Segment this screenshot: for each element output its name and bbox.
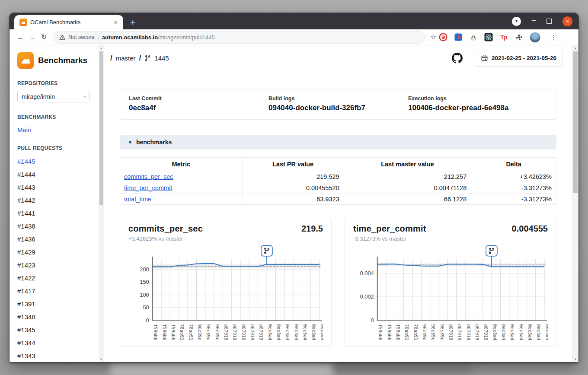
x-tick-label: 0ec8a4 — [510, 324, 515, 340]
metric-link-commits_per_sec[interactable]: commits_per_sec — [124, 173, 173, 180]
chart-title: time_per_commit — [353, 224, 426, 234]
execution-logs-label: Execution logs — [408, 95, 547, 102]
camel-logo-icon — [17, 52, 34, 69]
browser-menu-icon[interactable]: ⋮ — [550, 34, 557, 41]
x-tick-label: 0ec8a4 — [501, 324, 506, 340]
maximize-button[interactable] — [546, 19, 552, 24]
x-tick-label: d67019 — [448, 324, 454, 340]
x-tick-label: 0ec8a4 — [268, 324, 273, 340]
sidebar-item-pr-1438[interactable]: #1438 — [17, 220, 35, 233]
desktop: { "colors":{ "titlebar":"#37333b","close… — [0, 0, 588, 375]
github-icon[interactable] — [452, 53, 463, 64]
pull-request-list: #1445#1444#1443#1442#1441#1438#1436#1429… — [17, 155, 104, 362]
sidebar-item-pr-1443[interactable]: #1443 — [17, 181, 35, 194]
new-tab-button[interactable]: + — [130, 18, 135, 27]
omnibox-divider: | — [97, 34, 99, 41]
benchmarks-section-header[interactable]: ▼ benchmarks — [120, 135, 556, 149]
sidebar-item-pr-1344[interactable]: #1344 — [17, 337, 35, 350]
x-tick-label: 0ec8a4 — [303, 324, 308, 340]
sidebar-scrollbar[interactable]: ▲ ▼ — [99, 45, 104, 362]
breadcrumb-branch[interactable]: master — [116, 54, 136, 62]
tab-close-icon[interactable]: × — [113, 19, 119, 26]
browser-tab[interactable]: OCaml Benchmarks × — [14, 15, 123, 29]
sidebar-item-pr-1423[interactable]: #1423 — [17, 259, 35, 272]
col-delta: Delta — [471, 158, 556, 171]
sidebar-item-pr-1444[interactable]: #1444 — [17, 168, 35, 181]
x-tick-label: 0ec8a4 — [311, 324, 316, 340]
sidebar-item-pr-1391[interactable]: #1391 — [17, 298, 35, 311]
sidebar-item-pr-1436[interactable]: #1436 — [17, 233, 35, 246]
scroll-down-icon[interactable]: ▼ — [99, 358, 104, 361]
col-master-value: Last master value — [344, 158, 471, 171]
browser-toolbar: ← → ↻ Not secure | autumn.ocamllabs.io/m… — [10, 29, 578, 45]
privacy-lock-icon[interactable] — [454, 33, 463, 41]
tab-title: OCaml Benchmarks — [30, 19, 109, 25]
time-per-commit-chart-card: time_per_commit 0.004555 -3.31273% vs ma… — [345, 217, 556, 346]
chart-delta-subtitle: -3.31273% vs master — [353, 235, 548, 242]
x-tick-label: f59ab6 — [396, 324, 401, 340]
tab-search-button[interactable]: ▾ — [512, 17, 521, 26]
ublock-icon[interactable] — [439, 33, 447, 41]
page-scrollbar-thumb[interactable] — [573, 51, 578, 193]
time-per-commit-chart[interactable]: 00.0020.004f59ab6f59ab6f59ab678ab9178ab9… — [353, 244, 548, 343]
chart-title: commits_per_sec — [128, 224, 203, 234]
scroll-up-icon[interactable]: ▲ — [99, 47, 104, 50]
close-window-button[interactable]: × — [562, 16, 572, 26]
sidebar-item-pr-1345[interactable]: #1345 — [17, 324, 35, 337]
minimize-button[interactable]: – — [532, 17, 536, 24]
browser-titlebar: OCaml Benchmarks × + ▾ – × — [10, 13, 578, 29]
sidebar-item-pr-1348[interactable]: #1348 — [17, 311, 35, 324]
y-tick-label: 0.004 — [360, 270, 374, 276]
scroll-up-icon[interactable]: ▲ — [572, 47, 578, 50]
metric-link-total_time[interactable]: total_time — [124, 196, 151, 203]
repository-select[interactable]: mirage/irmin ▾ — [17, 91, 90, 102]
main-area: / master / 1445 2021-02-25 - 2021-05-26 — [104, 45, 578, 362]
sidebar-item-pr-1422[interactable]: #1422 — [17, 272, 35, 285]
x-tick-label: d67019 — [466, 324, 471, 340]
metric-cell: commits_per_sec — [120, 171, 243, 182]
reload-button[interactable]: ↻ — [38, 34, 50, 41]
sidebar-item-pr-1441[interactable]: #1441 — [17, 207, 35, 220]
forward-button[interactable]: → — [26, 34, 38, 41]
sidebar-item-main[interactable]: Main — [17, 126, 32, 133]
x-tick-label: 0ec8a4 — [294, 324, 299, 340]
sidebar-item-pr-1429[interactable]: #1429 — [17, 246, 35, 259]
page-scrollbar[interactable]: ▲ ▼ — [572, 45, 578, 362]
scroll-down-icon[interactable]: ▼ — [572, 358, 578, 361]
metric-link-time_per_commit[interactable]: time_per_commit — [124, 184, 172, 191]
y-tick-label: 150 — [140, 279, 149, 285]
table-row: commits_per_sec219.529212.257+3.42623% — [120, 171, 556, 182]
commits-per-sec-chart[interactable]: 050100150200f59ab6f59ab6f59ab678ab9178ab… — [128, 244, 323, 343]
build-logs-block: Build logs 094040-docker-build-326fb7 — [268, 95, 408, 112]
back-button[interactable]: ← — [15, 34, 26, 41]
extensions-row: Tp ⋮ — [439, 32, 557, 43]
profile-avatar[interactable] — [530, 32, 540, 43]
sidebar-item-pr-1442[interactable]: #1442 — [17, 194, 35, 207]
tampermonkey-icon[interactable]: Tp — [499, 33, 508, 41]
x-tick-label: d67019 — [232, 324, 237, 340]
sidebar-item-pr-1417[interactable]: #1417 — [17, 285, 35, 298]
sidebar-scrollbar-thumb[interactable] — [99, 51, 103, 205]
x-tick-label: d67019 — [457, 324, 462, 340]
react-devtools-icon[interactable] — [484, 33, 493, 41]
x-tick-label: 96c89c — [440, 324, 445, 340]
breadcrumb-slash: / — [139, 54, 141, 63]
pr-value-cell: 63.9323 — [242, 194, 344, 205]
commit-summary-card: Last Commit 0ec8a4f Build logs 094040-do… — [120, 89, 556, 120]
col-pr-value: Last PR value — [242, 158, 344, 171]
bookmark-star-icon[interactable]: ☆ — [430, 34, 436, 41]
sidebar-item-pr-1343[interactable]: #1343 — [17, 350, 35, 362]
sidebar-item-pr-1445[interactable]: #1445 — [17, 155, 35, 168]
execution-logs-value[interactable]: 100406-docker-pread-6e498a — [408, 104, 547, 112]
x-tick-label: 0ec8a4 — [536, 324, 541, 340]
address-bar[interactable]: Not secure | autumn.ocamllabs.io/mirage/… — [53, 31, 426, 44]
build-logs-value[interactable]: 094040-docker-build-326fb7 — [268, 104, 408, 112]
date-range-picker[interactable]: 2021-02-25 - 2021-05-26 — [475, 50, 562, 67]
x-tick-label: d67019 — [224, 324, 229, 340]
col-metric: Metric — [120, 158, 243, 171]
x-tick-label: 96c89c — [197, 324, 202, 340]
calendar-icon — [481, 54, 488, 62]
extensions-puzzle-icon[interactable] — [514, 33, 523, 41]
badger-icon[interactable] — [469, 33, 478, 41]
pr-value-cell: 219.529 — [242, 171, 344, 182]
